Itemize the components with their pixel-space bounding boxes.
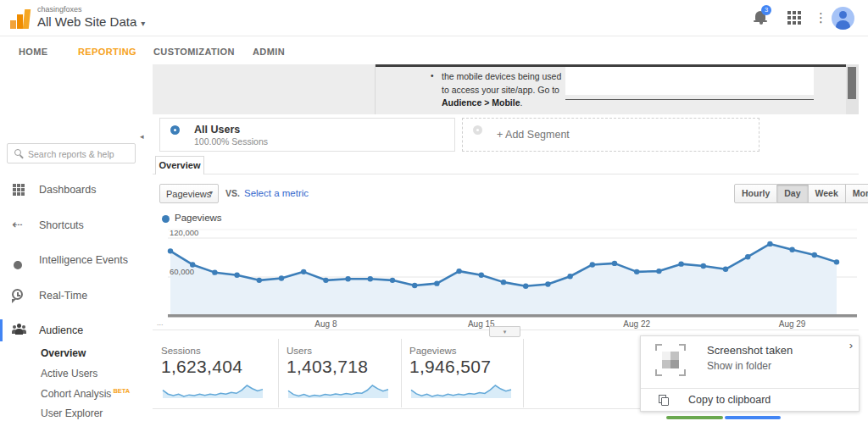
beta-badge: BETA [113,387,130,395]
view-title-text: All Web Site Data [37,14,136,29]
stat-value: 1,946,507 [409,357,491,377]
embedded-input-box[interactable] [565,67,814,95]
sidebar-item-label: Dashboards [39,184,96,196]
property-selector[interactable]: All Web Site Data▾ [37,14,145,29]
sessions-sparkline [161,380,264,401]
sidebar: ◂ Search reports & help Dashboards ⇠ Sho… [0,64,153,421]
stat-card-users[interactable]: Users 1,403,718 [287,342,397,407]
stat-label: Users [287,346,312,356]
legend-dot-icon [162,215,170,223]
sidebar-collapse-arrow[interactable]: ◂ [140,132,144,141]
granularity-week[interactable]: Week [809,184,846,203]
panel-scrollbar-track [846,64,859,114]
sidebar-item-dashboards[interactable]: Dashboards [0,182,153,199]
stat-label: Sessions [161,346,201,356]
dashboards-grid-icon [12,183,27,197]
granularity-day[interactable]: Day [777,184,808,203]
copy-to-clipboard-button[interactable]: Copy to clipboard [641,389,859,412]
info-text-end: . [520,97,522,108]
svg-text:Aug 8: Aug 8 [314,319,337,329]
sidebar-subitem-label: Cohort AnalysisBETA [41,387,130,400]
stat-label: Pageviews [409,346,457,356]
segment-title: All Users [194,124,240,136]
bullet-icon: • [431,71,434,80]
sidebar-item-intelligence-events[interactable]: Intelligence Events [0,252,153,269]
real-time-clock-icon [12,289,27,302]
svg-text:Aug 29: Aug 29 [779,319,806,329]
stat-value: 1,403,718 [287,357,368,377]
sidebar-item-audience[interactable]: Audience [0,323,153,340]
app-header: chasingfoxes All Web Site Data▾ 3 ⋮ [0,0,868,36]
add-segment-donut-icon [473,125,482,135]
search-input[interactable]: Search reports & help [7,143,136,163]
input-underline [565,99,814,100]
tab-customization[interactable]: CUSTOMIZATION [153,47,235,57]
screenshot-notification[interactable]: › Screenshot taken Show in folder Copy t… [640,335,860,412]
tab-admin[interactable]: ADMIN [253,47,285,57]
copy-label: Copy to clipboard [688,394,771,406]
legend-label: Pageviews [175,213,222,223]
intelligence-balloon-icon [12,253,27,267]
info-panel-left-pane [153,64,376,114]
background-blue-bar [725,416,781,419]
sidebar-subitem-overview[interactable]: Overview [0,347,153,363]
granularity-month[interactable]: Month [846,184,868,203]
screenshot-thumbnail-icon [655,344,686,376]
active-item-indicator [0,319,3,341]
avatar[interactable] [832,7,854,30]
granularity-buttons: HourlyDayWeekMonth [734,184,868,203]
users-sparkline [287,380,390,401]
select-metric-link[interactable]: Select a metric [244,188,309,198]
background-green-bar [666,416,723,419]
sidebar-subitem-cohort-analysis[interactable]: Cohort AnalysisBETA [0,387,153,402]
sidebar-subitem-active-users[interactable]: Active Users [0,368,153,383]
metric-dropdown[interactable]: Pageviews ▾ [159,184,219,203]
stat-divider [523,339,524,407]
chevron-down-icon: ▾ [141,19,145,28]
pageviews-chart[interactable]: 60,000120,000Aug 8Aug 15Aug 22Aug 29... [155,227,859,337]
stat-card-sessions[interactable]: Sessions 1,623,404 [161,342,271,407]
sidebar-item-shortcuts[interactable]: ⇠ Shortcuts [0,218,153,235]
metric-dropdown-value: Pageviews [166,189,211,199]
chart-collapse-button[interactable]: ▾ [489,326,520,337]
sidebar-subitem-user-explorer[interactable]: User Explorer [0,407,153,421]
info-text-bold: Audience > Mobile [442,97,520,108]
vs-label: VS. [225,188,240,198]
notification-count-badge: 3 [761,5,771,15]
granularity-hourly[interactable]: Hourly [734,184,777,203]
stat-divider [278,339,279,407]
sidebar-subitem-label: Overview [41,347,86,359]
sidebar-item-real-time[interactable]: Real-Time [0,288,153,305]
sidebar-subitem-label: User Explorer [41,407,103,419]
info-text-normal: the mobile devices being used to access … [442,71,561,95]
sidebar-item-label: Real-Time [39,290,87,302]
tab-reporting[interactable]: REPORTING [78,47,136,57]
segment-all-users[interactable]: All Users 100.00% Sessions [159,118,455,152]
add-segment-button[interactable]: + Add Segment [462,118,760,152]
segment-donut-icon [170,125,180,135]
show-in-folder-link[interactable]: Show in folder [707,360,771,372]
sidebar-subitem-label: Active Users [41,368,97,379]
copy-icon [659,395,669,406]
add-segment-label: + Add Segment [497,129,570,141]
apps-grid-icon[interactable] [787,11,801,25]
svg-text:120,000: 120,000 [170,228,198,237]
panel-scrollbar-thumb[interactable] [848,67,856,99]
tab-overview[interactable]: Overview [155,156,204,174]
stat-divider [401,339,402,407]
sidebar-item-label: Shortcuts [39,219,84,231]
segment-subtitle: 100.00% Sessions [194,136,268,147]
analytics-logo-icon [10,8,32,29]
svg-text:Aug 22: Aug 22 [623,319,650,329]
sidebar-item-label: Audience [39,324,83,336]
info-panel: • the mobile devices being used to acces… [153,64,859,114]
notification-title: Screenshot taken [707,344,793,357]
stat-card-pageviews[interactable]: Pageviews 1,946,507 [409,342,520,407]
stat-value: 1,623,404 [161,357,242,377]
tab-home[interactable]: HOME [19,47,48,57]
chevron-right-icon[interactable]: › [849,339,853,352]
kebab-menu-icon[interactable]: ⋮ [815,10,827,25]
account-name: chasingfoxes [37,5,82,14]
svg-text:60,000: 60,000 [170,267,194,276]
svg-text:...: ... [157,319,164,327]
